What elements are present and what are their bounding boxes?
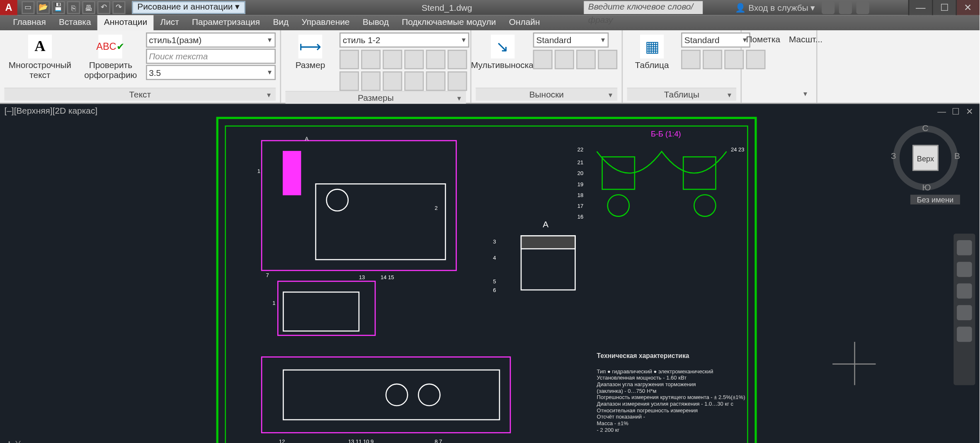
dim-center-icon[interactable] <box>448 71 467 91</box>
viewcube-top-face[interactable]: Верх <box>912 145 939 171</box>
viewcube-ucs-label[interactable]: Без имени <box>910 195 960 204</box>
qat-new-icon[interactable]: ▭ <box>22 1 34 14</box>
minimize-button[interactable]: ― <box>908 0 932 15</box>
help-search-input[interactable]: Введите ключевое слово/фразу <box>584 1 703 14</box>
panel-leaders-title[interactable]: Выноски <box>476 88 618 100</box>
svg-rect-15 <box>521 236 575 249</box>
viewcube[interactable]: Верх С Ю В З <box>893 126 958 190</box>
panel-text-title[interactable]: Текст <box>4 88 276 100</box>
workspace-label: Рисование и аннотации <box>137 2 233 12</box>
dim-style-combo[interactable]: стиль 1-2 <box>340 32 469 48</box>
leader-add-icon[interactable] <box>533 50 553 69</box>
dimstyle-value: стиль 1-2 <box>343 35 381 45</box>
text-icon: A <box>28 34 52 58</box>
text-style-combo[interactable]: стиль1(разм) <box>146 32 275 48</box>
drawing-viewport[interactable]: [–][Верхняя][2D каркас] ― ☐ ✕ <box>0 104 980 443</box>
qat-saveas-icon[interactable]: ⎘ <box>67 1 80 14</box>
tab-manage[interactable]: Управление <box>295 15 356 31</box>
text-style-value: стиль1(разм) <box>149 35 201 45</box>
nav-wheel-icon[interactable] <box>957 240 972 256</box>
tab-layout[interactable]: Лист <box>154 15 186 31</box>
nav-showmotion-icon[interactable] <box>957 327 972 342</box>
tab-output[interactable]: Вывод <box>356 15 395 31</box>
nav-orbit-icon[interactable] <box>957 305 972 320</box>
viewport-close-icon[interactable]: ✕ <box>964 106 975 117</box>
maximize-button[interactable]: ☐ <box>932 0 956 15</box>
ribbon-tabs: Главная Вставка Аннотации Лист Параметри… <box>0 15 980 31</box>
tab-annotate[interactable]: Аннотации <box>97 15 154 31</box>
leader-collect-icon[interactable] <box>598 50 617 69</box>
spellcheck-button[interactable]: ABC✔ Проверить орфографию <box>80 32 141 82</box>
table-label: Таблица <box>635 61 669 70</box>
dim-continue-icon[interactable] <box>340 71 359 91</box>
dim-radius-icon[interactable] <box>426 50 446 69</box>
stay-connected-icon[interactable] <box>839 1 852 14</box>
dim-tolerance-icon[interactable] <box>426 71 446 91</box>
scale-button[interactable]: Масшт... <box>789 34 822 44</box>
nav-pan-icon[interactable] <box>957 262 972 277</box>
ribbon-expand-icon[interactable] <box>746 88 812 100</box>
dim-angular-icon[interactable] <box>383 50 402 69</box>
svg-text:А: А <box>305 136 308 142</box>
viewport-window-controls: ― ☐ ✕ <box>936 106 975 117</box>
tab-home[interactable]: Главная <box>7 15 53 31</box>
viewport-maximize-icon[interactable]: ☐ <box>950 106 961 117</box>
leader-align-icon[interactable] <box>576 50 596 69</box>
text-height-combo[interactable]: 3.5 <box>146 65 275 80</box>
qat-redo-icon[interactable]: ↷ <box>112 1 125 14</box>
navigation-bar <box>953 234 975 385</box>
close-button[interactable]: ✕ <box>956 0 979 15</box>
viewcube-east[interactable]: В <box>954 151 960 161</box>
svg-text:22: 22 <box>577 146 584 153</box>
panel-dim-title[interactable]: Размеры <box>286 91 466 104</box>
dim-jog-icon[interactable] <box>404 71 424 91</box>
qat-save-icon[interactable]: 💾 <box>52 1 65 14</box>
viewport-minimize-icon[interactable]: ― <box>936 106 947 117</box>
dim-linear-icon[interactable] <box>340 50 359 69</box>
dimension-button[interactable]: ⟼ Размер <box>286 32 335 72</box>
viewport-controls-label[interactable]: [–][Верхняя][2D каркас] <box>4 106 97 116</box>
dim-baseline-icon[interactable] <box>361 71 381 91</box>
qat-undo-icon[interactable]: ↶ <box>97 1 110 14</box>
tab-view[interactable]: Вид <box>267 15 295 31</box>
table-extract-icon[interactable] <box>681 50 701 69</box>
viewcube-north[interactable]: С <box>922 123 929 133</box>
multileader-button[interactable]: ↘ Мультивыноска <box>476 32 529 72</box>
dim-diameter-icon[interactable] <box>448 50 467 69</box>
nav-zoom-icon[interactable] <box>957 283 972 299</box>
svg-text:18: 18 <box>577 192 584 198</box>
svg-point-8 <box>386 384 408 406</box>
multiline-text-button[interactable]: A Многострочный текст <box>4 32 75 82</box>
techspec-body: Тип ● гидравлический ● электромеханическ… <box>597 368 745 433</box>
sign-in-button[interactable]: 👤 Вход в службы ▾ <box>735 3 815 12</box>
svg-text:13: 13 <box>359 274 365 280</box>
panel-leaders: ↘ Мультивыноска Standard Выноски <box>471 30 623 103</box>
qat-open-icon[interactable]: 📂 <box>37 1 50 14</box>
app-menu-button[interactable]: A <box>0 0 17 15</box>
table-style-combo[interactable]: Standard <box>681 32 750 48</box>
dim-aligned-icon[interactable] <box>361 50 381 69</box>
tab-insert[interactable]: Вставка <box>52 15 97 31</box>
find-text-input[interactable]: Поиск текста <box>146 49 275 64</box>
table-link-icon[interactable] <box>703 50 722 69</box>
viewcube-west[interactable]: З <box>891 151 896 161</box>
markup-button[interactable]: Пометка <box>746 34 781 44</box>
tab-online[interactable]: Онлайн <box>502 15 546 31</box>
panel-tables-title[interactable]: Таблицы <box>627 88 736 100</box>
workspace-switcher[interactable]: Рисование и аннотации ▾ <box>132 1 245 14</box>
table-button[interactable]: ▦ Таблица <box>627 32 677 72</box>
dim-arc-icon[interactable] <box>404 50 424 69</box>
dimension-label: Размер <box>296 61 325 70</box>
svg-point-9 <box>418 384 440 406</box>
help-icon[interactable] <box>856 1 869 14</box>
qat-plot-icon[interactable]: 🖶 <box>82 1 95 14</box>
viewcube-south[interactable]: Ю <box>922 183 931 192</box>
tab-plugins[interactable]: Подключаемые модули <box>395 15 503 31</box>
dim-ordinate-icon[interactable] <box>383 71 402 91</box>
exchange-icon[interactable] <box>822 1 834 14</box>
leader-style-combo[interactable]: Standard <box>533 32 609 48</box>
table-download-icon[interactable] <box>724 50 744 69</box>
tab-parametric[interactable]: Параметризация <box>185 15 266 31</box>
leader-remove-icon[interactable] <box>555 50 574 69</box>
svg-text:24  23: 24 23 <box>731 146 745 153</box>
